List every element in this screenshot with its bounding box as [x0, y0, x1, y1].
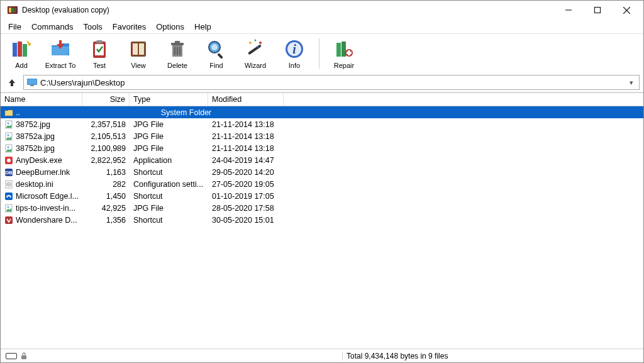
file-row[interactable]: DBDeepBurner.lnk1,163Shortcut29-05-2020 … — [1, 166, 643, 178]
file-row[interactable]: 38752b.jpg2,100,989JPG File21-11-2014 13… — [1, 142, 643, 154]
svg-rect-5 — [595, 8, 601, 13]
file-name: desktop.ini — [16, 180, 53, 189]
svg-text:DB: DB — [5, 170, 13, 176]
toolbar-add[interactable]: Add — [4, 36, 38, 70]
toolbar-add-label: Add — [15, 62, 28, 69]
toolbar-delete-label: Delete — [167, 62, 187, 69]
file-name: 38752b.jpg — [16, 144, 55, 153]
svg-rect-15 — [133, 43, 138, 55]
file-row[interactable]: 38752.jpg2,357,518JPG File21-11-2014 13:… — [1, 118, 643, 130]
file-row[interactable]: desktop.ini282Configuration setti...27-0… — [1, 178, 643, 190]
file-row[interactable]: 38752a.jpg2,105,513JPG File21-11-2014 13… — [1, 130, 643, 142]
file-name: Wondershare D... — [16, 216, 77, 225]
file-modified: 28-05-2020 17:58 — [208, 204, 284, 213]
svg-rect-10 — [23, 44, 27, 57]
svg-rect-39 — [347, 52, 352, 54]
svg-rect-20 — [175, 41, 180, 43]
col-size[interactable]: Size — [82, 93, 130, 106]
column-header: Name Size Type Modified — [1, 92, 643, 106]
menu-tools[interactable]: Tools — [78, 21, 107, 33]
svg-point-30 — [259, 42, 262, 44]
file-type: JPG File — [130, 132, 208, 141]
menu-favorites[interactable]: Favorites — [108, 21, 151, 33]
file-type: Configuration setti... — [130, 180, 208, 189]
col-name[interactable]: Name — [1, 93, 82, 106]
toolbar-find-label: Find — [209, 62, 223, 69]
file-icon — [4, 204, 13, 213]
svg-rect-13 — [96, 40, 103, 43]
path-text: C:\Users\rajun\Desktop — [40, 78, 624, 87]
toolbar-find[interactable]: Find — [199, 36, 233, 70]
svg-rect-56 — [5, 193, 13, 200]
file-size: 1,356 — [82, 216, 130, 225]
file-modified: 21-11-2014 13:18 — [208, 144, 284, 153]
file-name: 38752a.jpg — [16, 132, 55, 141]
file-row[interactable]: tips-to-invest-in...42,925JPG File28-05-… — [1, 202, 643, 214]
svg-rect-26 — [217, 53, 223, 59]
toolbar-test-label: Test — [93, 62, 106, 69]
statusbar: Total 9,434,148 bytes in 9 files — [1, 349, 643, 362]
close-button[interactable] — [612, 1, 641, 20]
file-size: 282 — [82, 180, 130, 189]
file-icon: DB — [4, 168, 13, 177]
toolbar-repair[interactable]: Repair — [327, 36, 361, 70]
menu-file[interactable]: File — [3, 21, 26, 33]
svg-rect-2 — [12, 8, 14, 13]
svg-rect-35 — [336, 43, 341, 57]
file-row[interactable]: Microsoft Edge.l...1,450Shortcut01-10-20… — [1, 190, 643, 202]
security-lock-icon — [21, 352, 27, 360]
file-icon — [4, 156, 13, 165]
svg-rect-60 — [21, 355, 26, 359]
menu-commands[interactable]: Commands — [26, 21, 78, 33]
svg-point-25 — [211, 44, 218, 50]
col-filler — [284, 93, 643, 106]
menu-options[interactable]: Options — [151, 21, 189, 33]
toolbar-delete[interactable]: Delete — [160, 36, 194, 70]
file-row[interactable]: AnyDesk.exe2,822,952Application24-04-201… — [1, 154, 643, 166]
toolbar-test[interactable]: Test — [82, 36, 116, 70]
toolbar-view[interactable]: View — [121, 36, 155, 70]
toolbar-extract[interactable]: Extract To — [43, 36, 77, 70]
archive-books-icon — [10, 38, 33, 60]
col-type[interactable]: Type — [130, 93, 208, 106]
book-view-icon — [127, 38, 150, 60]
file-list[interactable]: .. System Folder 38752.jpg2,357,518JPG F… — [1, 106, 643, 349]
file-size: 2,822,952 — [82, 156, 130, 165]
chevron-down-icon[interactable]: ▾ — [626, 79, 636, 87]
toolbar-info-label: Info — [289, 62, 300, 69]
file-modified: 01-10-2019 17:05 — [208, 192, 284, 201]
svg-rect-16 — [139, 43, 144, 55]
file-type: JPG File — [130, 120, 208, 129]
file-icon — [4, 120, 13, 129]
file-row[interactable]: Wondershare D...1,356Shortcut30-05-2020 … — [1, 214, 643, 226]
file-icon — [4, 192, 13, 201]
svg-rect-27 — [248, 44, 262, 55]
toolbar-repair-label: Repair — [334, 62, 354, 69]
file-modified: 27-05-2020 19:05 — [208, 180, 284, 189]
file-name: DeepBurner.lnk — [16, 168, 70, 177]
parent-folder-row[interactable]: .. System Folder — [1, 106, 643, 118]
file-type: Shortcut — [130, 216, 208, 225]
file-icon — [4, 216, 13, 225]
maximize-button[interactable] — [583, 1, 612, 20]
up-button[interactable] — [4, 75, 19, 90]
svg-rect-36 — [341, 42, 346, 57]
arrow-up-icon — [8, 78, 16, 87]
file-type: Application — [130, 156, 208, 165]
svg-rect-1 — [9, 8, 11, 13]
minimize-button[interactable] — [554, 1, 583, 20]
file-icon — [4, 180, 13, 189]
toolbar: Add Extract To Test View Delete Find — [1, 34, 643, 73]
file-icon — [4, 144, 13, 153]
toolbar-wizard[interactable]: Wizard — [238, 36, 272, 70]
file-name: 38752.jpg — [16, 120, 50, 129]
menu-help[interactable]: Help — [189, 21, 216, 33]
file-modified: 24-04-2019 14:47 — [208, 156, 284, 165]
trash-icon — [166, 38, 189, 60]
path-field[interactable]: C:\Users\rajun\Desktop ▾ — [23, 75, 640, 90]
status-text: Total 9,434,148 bytes in 9 files — [342, 352, 643, 360]
toolbar-info[interactable]: i Info — [277, 36, 311, 70]
svg-point-44 — [8, 122, 9, 124]
col-modified[interactable]: Modified — [208, 93, 284, 106]
file-icon — [4, 132, 13, 141]
